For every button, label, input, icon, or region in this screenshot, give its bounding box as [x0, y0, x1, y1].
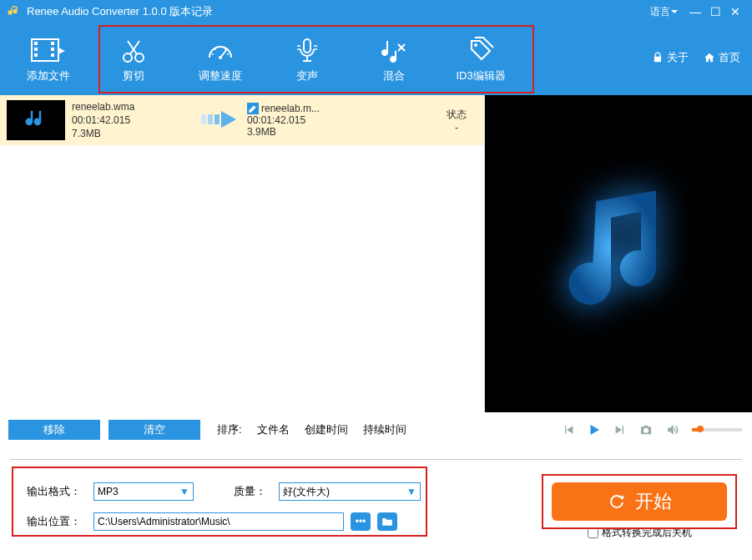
svg-rect-5 — [51, 48, 54, 51]
src-size: 7.3MB — [72, 127, 197, 140]
svg-point-7 — [124, 53, 132, 62]
tags-icon — [467, 36, 495, 64]
edit-icon[interactable] — [247, 103, 259, 114]
preview-pane — [485, 95, 752, 412]
minimize-button[interactable]: — — [685, 5, 705, 18]
divider — [10, 459, 742, 460]
id3-label: ID3编辑器 — [456, 68, 505, 83]
svg-rect-3 — [34, 53, 38, 57]
svg-point-13 — [225, 48, 226, 50]
mix-button[interactable]: 混合 — [351, 35, 437, 83]
mic-icon — [293, 36, 321, 64]
format-label: 输出格式： — [27, 484, 87, 499]
svg-point-12 — [220, 46, 221, 48]
svg-rect-2 — [34, 48, 38, 51]
film-add-icon — [30, 36, 67, 64]
more-path-button[interactable]: ••• — [351, 512, 371, 531]
output-label: 输出位置： — [27, 514, 87, 529]
lock-icon — [652, 52, 664, 63]
close-button[interactable]: ✕ — [725, 5, 745, 18]
src-filename: reneelab.wma — [72, 100, 197, 114]
svg-point-16 — [474, 43, 477, 47]
quality-label: 质量： — [234, 484, 272, 499]
shutdown-check-input[interactable] — [588, 527, 598, 538]
arrow-icon — [197, 111, 247, 130]
shutdown-checkbox[interactable]: 格式转换完成后关机 — [588, 526, 692, 540]
voice-button[interactable]: 变声 — [264, 35, 351, 83]
snapshot-button[interactable] — [638, 422, 654, 437]
svg-rect-6 — [51, 53, 54, 57]
scissors-icon — [119, 36, 148, 64]
svg-rect-4 — [51, 42, 54, 45]
sort-label: 排序: — [217, 422, 242, 437]
quality-combo[interactable]: 好(文件大)▼ — [279, 482, 421, 501]
maximize-button[interactable]: ☐ — [705, 5, 725, 18]
app-logo — [7, 4, 22, 19]
file-row[interactable]: reneelab.wma 00:01:42.015 7.3MB reneelab… — [0, 95, 484, 145]
svg-rect-19 — [214, 114, 220, 124]
dst-filename: reneelab.m... — [261, 103, 320, 114]
next-button[interactable] — [613, 423, 627, 436]
volume-button[interactable] — [665, 422, 680, 437]
speed-button[interactable]: 调整速度 — [177, 35, 264, 83]
status-value: - — [436, 122, 477, 134]
speed-label: 调整速度 — [199, 68, 242, 83]
browse-folder-button[interactable] — [377, 512, 397, 531]
cut-button[interactable]: 剪切 — [90, 35, 177, 83]
refresh-icon — [607, 492, 627, 512]
language-menu[interactable]: 语言 — [650, 5, 679, 19]
play-button[interactable] — [587, 422, 602, 437]
remove-button[interactable]: 移除 — [8, 420, 100, 440]
add-file-label: 添加文件 — [27, 68, 70, 83]
svg-point-11 — [214, 48, 216, 50]
dst-duration: 00:01:42.015 — [247, 114, 347, 126]
src-duration: 00:01:42.015 — [72, 114, 197, 127]
cut-label: 剪切 — [123, 68, 144, 83]
volume-slider[interactable] — [692, 428, 742, 431]
folder-icon — [381, 517, 393, 527]
sort-by-duration[interactable]: 持续时间 — [363, 422, 406, 437]
format-combo[interactable]: MP3▼ — [93, 482, 194, 501]
music-note-icon — [543, 179, 694, 329]
sort-by-name[interactable]: 文件名 — [257, 422, 290, 437]
dst-size: 3.9MB — [247, 126, 347, 138]
start-button[interactable]: 开始 — [552, 482, 727, 521]
svg-rect-17 — [201, 114, 206, 124]
output-path-input[interactable] — [93, 512, 344, 531]
gauge-icon — [206, 36, 235, 64]
app-title: Renee Audio Converter 1.0.0 版本记录 — [27, 4, 650, 19]
mix-icon — [380, 36, 408, 64]
status-header: 状态 — [436, 108, 477, 122]
clear-button[interactable]: 清空 — [109, 420, 200, 440]
sort-by-ctime[interactable]: 创建时间 — [305, 422, 348, 437]
about-button[interactable]: 关于 — [652, 50, 689, 65]
svg-point-8 — [135, 53, 144, 62]
svg-point-14 — [227, 53, 229, 55]
voice-label: 变声 — [296, 68, 318, 83]
file-thumbnail — [7, 100, 65, 140]
add-file-button[interactable]: 添加文件 — [7, 35, 90, 83]
id3-button[interactable]: ID3编辑器 — [437, 35, 524, 83]
svg-rect-1 — [34, 42, 38, 45]
home-icon — [704, 52, 715, 63]
home-button[interactable]: 首页 — [704, 50, 740, 65]
file-list[interactable]: reneelab.wma 00:01:42.015 7.3MB reneelab… — [0, 95, 485, 412]
mix-label: 混合 — [383, 68, 405, 83]
svg-point-10 — [212, 53, 214, 55]
prev-button[interactable] — [562, 423, 575, 436]
svg-rect-18 — [208, 114, 213, 124]
svg-rect-15 — [304, 39, 310, 53]
